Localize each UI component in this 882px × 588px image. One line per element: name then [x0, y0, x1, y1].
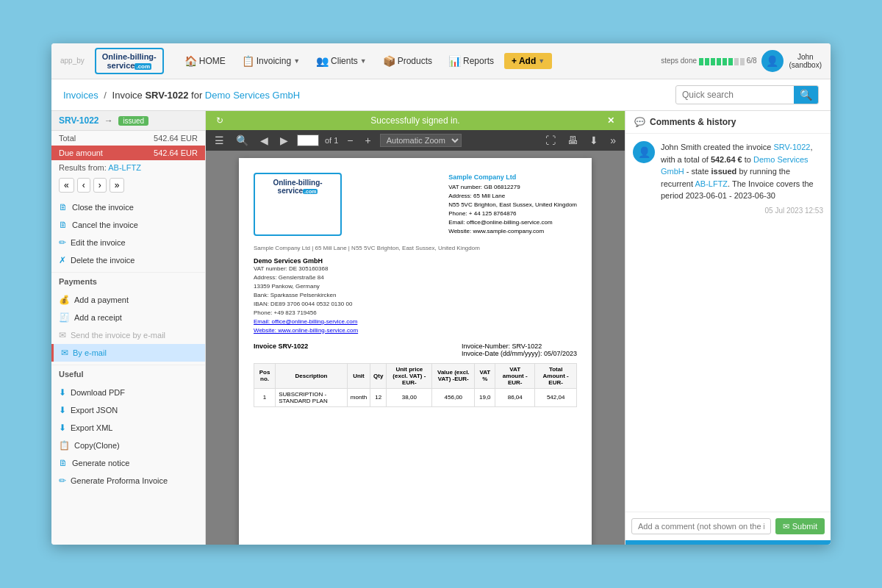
nav-products[interactable]: 📦 Products	[377, 52, 438, 70]
sidebar-item-add-receipt[interactable]: 🧾 Add a receipt	[51, 309, 205, 326]
center-content: ↻ Successfully signed in. ✕ ☰ 🔍 ◀ ▶ 1 of…	[206, 111, 625, 545]
comment-input[interactable]	[631, 518, 771, 534]
sidebar-item-download-pdf[interactable]: ⬇ Download PDF	[51, 384, 205, 401]
nav-reports[interactable]: 📊 Reports	[442, 52, 500, 70]
pdf-zoom-select[interactable]: Automatic Zoom	[380, 134, 462, 147]
pdf-table: Pos no. Description Unit Qty Unit price …	[254, 363, 577, 407]
invoicing-icon: 📋	[242, 55, 254, 67]
search-button[interactable]: 🔍	[794, 86, 818, 104]
search-input[interactable]	[676, 87, 794, 103]
sidebar-item-send-email: ✉ Send the invoice by e-mail	[51, 326, 205, 344]
breadcrumb-company[interactable]: Demo Services GmbH	[205, 90, 300, 101]
sidebar-item-edit-invoice[interactable]: ✏ Edit the invoice	[51, 234, 205, 251]
products-icon: 📦	[383, 55, 395, 67]
success-icon: ↻	[216, 115, 223, 126]
sidebar-item-generate-notice[interactable]: 🗎 Generate notice	[51, 454, 205, 472]
add-button[interactable]: + Add ▼	[504, 53, 552, 69]
avatar[interactable]: 👤	[761, 50, 784, 72]
results-source-link[interactable]: AB-LFTZ	[108, 163, 141, 172]
pdf-toolbar: ☰ 🔍 ◀ ▶ 1 of 1 − + Automatic Zoom ⛶ 🖶 ⬇ …	[206, 130, 625, 151]
pdf-next-page-btn[interactable]: ▶	[277, 133, 291, 148]
close-invoice-icon: 🗎	[59, 202, 68, 212]
chevron-down-icon: ▼	[293, 57, 300, 65]
pdf-more-btn[interactable]: »	[607, 133, 619, 148]
sidebar-item-close-invoice[interactable]: 🗎 Close the invoice	[51, 198, 205, 216]
export-json-icon: ⬇	[59, 405, 66, 415]
logo[interactable]: Online-billing- service.com	[95, 48, 164, 75]
pdf-toggle-sidebar-btn[interactable]: ☰	[212, 133, 227, 148]
nav-last-btn[interactable]: »	[110, 178, 125, 193]
main-content: SRV-1022 → issued Total 542.64 EUR Due a…	[51, 111, 831, 545]
pdf-page: Online-billing- service.com Sample Compa…	[239, 158, 592, 545]
comment-recurrent-link[interactable]: AB-LFTZ	[695, 179, 728, 188]
pdf-download-btn[interactable]: ⬇	[587, 133, 601, 148]
sidebar-item-export-json[interactable]: ⬇ Export JSON	[51, 401, 205, 419]
breadcrumb-bar: Invoices / Invoice SRV-1022 for Demo Ser…	[51, 79, 831, 111]
pdf-page-input[interactable]: 1	[297, 135, 319, 146]
clients-icon: 👥	[316, 55, 329, 67]
user-sandbox: (sandbox)	[789, 61, 822, 69]
steps-label: steps done 6/8	[661, 57, 756, 65]
pdf-zoom-in-btn[interactable]: +	[362, 133, 374, 148]
generate-notice-icon: 🗎	[59, 458, 68, 468]
nav-home[interactable]: 🏠 HOME	[179, 52, 232, 70]
sidebar-due: Due amount 542.64 EUR	[51, 146, 205, 160]
nav-arrows: « ‹ › »	[51, 175, 205, 196]
submit-comment-button[interactable]: ✉ Submit	[775, 518, 825, 534]
nav-invoicing[interactable]: 📋 Invoicing ▼	[236, 52, 306, 70]
breadcrumb-invoice-number: SRV-1022	[145, 90, 188, 101]
sidebar-item-generate-proforma[interactable]: ✏ Generate Proforma Invoice	[51, 472, 205, 490]
client-email-link[interactable]: Email: office@online-billing-service.com	[254, 318, 357, 325]
nav-clients[interactable]: 👥 Clients ▼	[310, 52, 373, 70]
top-bar: app_by Online-billing- service.com 🏠 HOM…	[51, 43, 831, 80]
right-panel: 💬 Comments & history 👤 John Smith create…	[625, 111, 831, 545]
app-by-label: app_by	[60, 57, 85, 65]
comments-header: 💬 Comments & history	[625, 111, 831, 134]
download-pdf-icon: ⬇	[59, 387, 66, 398]
nav-next-btn[interactable]: ›	[93, 178, 107, 193]
sidebar-payments-nav: 💰 Add a payment 🧾 Add a receipt ✉ Send t…	[51, 288, 205, 365]
table-row: 1 SUBSCRIPTION - STANDARD PLAN month 12 …	[254, 388, 577, 406]
breadcrumb-invoices[interactable]: Invoices	[63, 90, 98, 101]
close-banner-button[interactable]: ✕	[607, 115, 614, 126]
generate-proforma-icon: ✏	[59, 476, 66, 486]
comment-area: 👤 John Smith created the invoice SRV-102…	[625, 134, 831, 512]
sidebar-item-by-email[interactable]: ✉ By e-mail	[51, 344, 205, 362]
user-name: John	[789, 53, 822, 61]
nav-first-btn[interactable]: «	[59, 178, 74, 193]
pdf-content: Online-billing- service.com Sample Compa…	[206, 151, 625, 545]
export-xml-icon: ⬇	[59, 423, 66, 433]
comment-invoice-link[interactable]: SRV-1022	[773, 143, 810, 151]
comments-icon: 💬	[634, 117, 645, 127]
success-banner: ↻ Successfully signed in. ✕	[206, 111, 625, 130]
delete-invoice-icon: ✗	[59, 255, 66, 265]
payments-section-title: Payments	[51, 272, 205, 288]
pdf-prev-page-btn[interactable]: ◀	[257, 133, 271, 148]
sidebar-total: Total 542.64 EUR	[51, 131, 205, 146]
chevron-down-icon: ▼	[360, 57, 367, 65]
edit-invoice-icon: ✏	[59, 237, 66, 248]
sidebar-item-export-xml[interactable]: ⬇ Export XML	[51, 419, 205, 437]
pdf-invoice-meta: Invoice SRV-1022 Invoice-Number: SRV-102…	[254, 343, 577, 357]
client-website-link[interactable]: Website: www.online-billing-service.com	[254, 327, 358, 334]
sidebar-item-cancel-invoice[interactable]: 🗎 Cancel the invoice	[51, 216, 205, 234]
nav-prev-btn[interactable]: ‹	[77, 178, 90, 193]
comment-item: 👤 John Smith created the invoice SRV-102…	[633, 141, 823, 216]
home-icon: 🏠	[184, 55, 197, 67]
success-message: Successfully signed in.	[370, 115, 459, 126]
pdf-search-btn[interactable]: 🔍	[233, 133, 251, 148]
sidebar-item-add-payment[interactable]: 💰 Add a payment	[51, 291, 205, 309]
invoice-id: SRV-1022	[59, 115, 99, 126]
scroll-more-indicator	[625, 540, 831, 545]
breadcrumb: Invoices / Invoice SRV-1022 for Demo Ser…	[63, 90, 300, 101]
add-payment-icon: 💰	[59, 295, 70, 305]
pdf-print-btn[interactable]: 🖶	[564, 133, 581, 148]
pdf-fullscreen-btn[interactable]: ⛶	[542, 133, 559, 148]
comment-timestamp: 05 Jul 2023 12:53	[661, 205, 823, 216]
pdf-zoom-out-btn[interactable]: −	[344, 133, 356, 148]
pdf-logo: Online-billing- service.com	[254, 173, 342, 236]
sidebar-item-delete-invoice[interactable]: ✗ Delete the invoice	[51, 251, 205, 269]
sidebar-nav: 🗎 Close the invoice 🗎 Cancel the invoice…	[51, 196, 205, 272]
sidebar-invoice-header: SRV-1022 → issued	[51, 111, 205, 131]
sidebar-item-copy-clone[interactable]: 📋 Copy(Clone)	[51, 437, 205, 454]
